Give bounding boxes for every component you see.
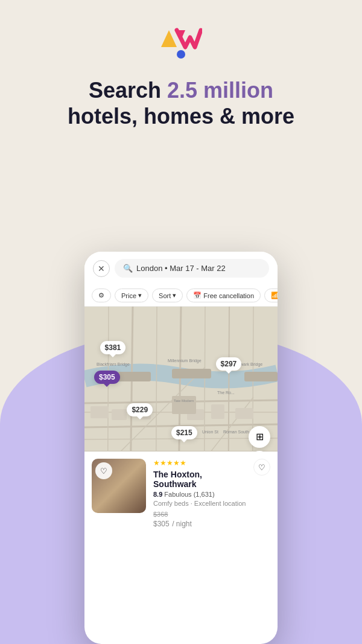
close-button[interactable]: ✕ <box>93 260 110 277</box>
headline: Search 2.5 millionhotels, homes & more <box>68 77 294 129</box>
price-suffix: / night <box>172 520 192 528</box>
svg-text:Tate Modern: Tate Modern <box>174 399 194 403</box>
hotel-discounted-price: $305 / night <box>153 518 246 529</box>
close-icon: ✕ <box>98 264 105 273</box>
sort-arrow-icon: ▾ <box>173 292 176 299</box>
map-view[interactable]: Blackfriars Bridge Millennium Bridge Sou… <box>84 307 278 536</box>
svg-marker-0 <box>161 30 177 47</box>
settings-icon: ⚙ <box>98 292 104 299</box>
rating-label: Fabulous <box>164 491 191 498</box>
headline-part1: Search <box>89 78 167 103</box>
svg-rect-21 <box>244 372 278 381</box>
svg-text:Union St: Union St <box>202 430 218 434</box>
svg-rect-26 <box>211 404 224 419</box>
hotel-name: The Hoxton, Southwark <box>153 470 246 489</box>
wifi-icon: 📶 <box>271 292 278 299</box>
filter-settings-chip[interactable]: ⚙ <box>92 289 111 302</box>
layers-icon: ⊞ <box>256 431 264 442</box>
phone-screen: ✕ 🔍 London • Mar 17 - Mar 22 ⚙ Price ▾ S… <box>84 252 278 644</box>
price-pin-297[interactable]: $297 <box>216 357 242 371</box>
svg-text:The Ro...: The Ro... <box>217 391 235 395</box>
svg-text:Roman South...: Roman South... <box>223 430 253 434</box>
search-icon: 🔍 <box>123 264 133 273</box>
heart-icon-right: ♡ <box>258 463 265 472</box>
price-arrow-icon: ▾ <box>138 292 142 299</box>
sort-label: Sort <box>159 292 171 299</box>
price-pin-229[interactable]: $229 <box>127 403 153 416</box>
review-count: (1,631) <box>194 491 215 498</box>
headline-accent: 2.5 million <box>167 78 273 103</box>
hotel-card: ♡ ★★★★★ The Hoxton, Southwark 8.9 Fabulo… <box>84 451 278 536</box>
price-pin-381[interactable]: $381 <box>100 341 126 354</box>
heart-icon: ♡ <box>100 467 107 476</box>
logo <box>160 24 202 63</box>
filter-sort-chip[interactable]: Sort ▾ <box>152 289 183 302</box>
hotel-features: Comfy beds · Excellent location <box>153 500 246 507</box>
svg-text:Millennium Bridge: Millennium Bridge <box>168 359 202 363</box>
filter-bar: ⚙ Price ▾ Sort ▾ 📅 Free cancellation 📶 W… <box>84 285 278 307</box>
hotel-image: ♡ <box>92 459 146 513</box>
hotel-rating: 8.9 Fabulous (1,631) <box>153 491 246 498</box>
headline-part2: hotels, homes & more <box>68 104 294 129</box>
price-label: Price <box>121 292 136 299</box>
svg-rect-19 <box>118 372 151 381</box>
price-value: $305 <box>153 520 170 528</box>
layers-control[interactable]: ⊞ <box>249 426 270 448</box>
search-input[interactable]: 🔍 London • Mar 17 - Mar 22 <box>115 259 269 278</box>
filter-wifi-chip[interactable]: 📶 Wi-Fi <box>264 289 278 302</box>
logo-svg <box>160 24 202 60</box>
filter-price-chip[interactable]: Price ▾ <box>115 289 148 302</box>
svg-rect-23 <box>112 409 127 420</box>
svg-rect-27 <box>235 408 253 419</box>
page-root: Search 2.5 millionhotels, homes & more ✕… <box>0 0 362 644</box>
price-pin-215[interactable]: $215 <box>171 426 197 439</box>
hotel-favorite-button-right[interactable]: ♡ <box>253 459 270 476</box>
search-bar: ✕ 🔍 London • Mar 17 - Mar 22 <box>84 252 278 285</box>
price-pin-305[interactable]: $305 <box>94 371 120 384</box>
rating-score: 8.9 <box>153 491 162 498</box>
hero-section: Search 2.5 millionhotels, homes & more <box>0 0 362 147</box>
phone-mockup: ✕ 🔍 London • Mar 17 - Mar 22 ⚙ Price ▾ S… <box>84 252 278 644</box>
svg-text:Blackfriars Bridge: Blackfriars Bridge <box>97 362 130 367</box>
filter-free-cancellation-chip[interactable]: 📅 Free cancellation <box>186 289 261 302</box>
hotel-original-price: $368 <box>153 511 246 518</box>
svg-rect-22 <box>91 406 109 418</box>
svg-rect-20 <box>172 369 211 378</box>
hotel-stars: ★★★★★ <box>153 459 246 467</box>
hotel-info: ★★★★★ The Hoxton, Southwark 8.9 Fabulous… <box>153 459 246 529</box>
svg-point-2 <box>177 50 185 59</box>
free-cancellation-label: Free cancellation <box>203 292 254 299</box>
search-text: London • Mar 17 - Mar 22 <box>136 264 226 273</box>
calendar-icon: 📅 <box>193 292 202 299</box>
hotel-favorite-button[interactable]: ♡ <box>95 462 112 479</box>
